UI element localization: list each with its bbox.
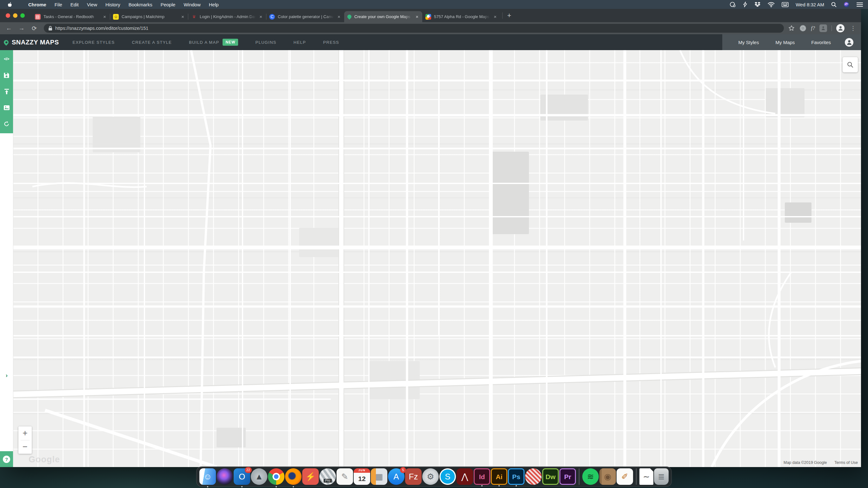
- siri-icon[interactable]: [843, 2, 849, 8]
- browser-profile-avatar[interactable]: [836, 24, 844, 32]
- amphetamine-icon[interactable]: ⚡: [302, 468, 319, 485]
- menu-window[interactable]: Window: [179, 0, 205, 9]
- nav-my-maps[interactable]: My Maps: [767, 40, 803, 45]
- notes-icon[interactable]: ✎: [337, 468, 353, 485]
- help-button[interactable]: ?: [0, 451, 13, 467]
- wifi-icon[interactable]: [768, 2, 775, 7]
- nav-build-a-map[interactable]: BUILD A MAPNEW: [180, 34, 247, 50]
- spreadsheet-icon[interactable]: ▦: [371, 468, 387, 485]
- expand-panel-chevron[interactable]: ›: [0, 372, 13, 379]
- dropbox-icon[interactable]: [754, 2, 761, 7]
- tab-close-icon[interactable]: ×: [337, 14, 341, 19]
- tab-gmaps[interactable]: 5757 Alpha Rd - Google Maps ×: [422, 11, 500, 22]
- back-button[interactable]: ←: [4, 24, 14, 33]
- map-search-button[interactable]: [843, 57, 858, 72]
- reload-button[interactable]: ⟳: [29, 24, 39, 33]
- nav-create-a-style[interactable]: CREATE A STYLE: [124, 34, 181, 50]
- zoom-window-button[interactable]: [20, 13, 25, 18]
- contacts-icon[interactable]: ◉: [599, 468, 616, 485]
- firefox-icon[interactable]: [285, 468, 302, 485]
- tab-close-icon[interactable]: ×: [493, 14, 497, 19]
- menubar-clock[interactable]: Wed 8:32 AM: [796, 2, 824, 7]
- spotlight-icon[interactable]: [831, 2, 837, 7]
- tab-canva[interactable]: C Color palette generator | Canva ×: [266, 11, 344, 22]
- browser-menu-kebab-icon[interactable]: ⋮: [849, 25, 857, 32]
- extension-f-icon[interactable]: f?: [811, 25, 815, 31]
- menu-people[interactable]: People: [157, 0, 180, 9]
- tab-close-icon[interactable]: ×: [259, 14, 263, 19]
- tab-snazzy[interactable]: Create your own Google Maps ×: [344, 11, 422, 22]
- siri-icon[interactable]: [217, 468, 233, 485]
- image-tool-button[interactable]: [3, 104, 10, 111]
- trash-icon[interactable]: ≣: [654, 468, 669, 485]
- nav-plugins[interactable]: PLUGINS: [247, 34, 285, 50]
- creative-cloud-icon[interactable]: [730, 2, 736, 7]
- notification-center-icon[interactable]: [857, 2, 863, 7]
- keyboard-icon[interactable]: [782, 2, 788, 7]
- upload-tool-button[interactable]: [3, 88, 10, 95]
- zoom-out-button[interactable]: −: [19, 441, 32, 454]
- menubar-menu[interactable]: [16, 0, 24, 9]
- code-tool-button[interactable]: </>: [3, 55, 10, 63]
- photoshop-icon[interactable]: Ps: [508, 468, 525, 485]
- new-tab-button[interactable]: +: [504, 11, 514, 20]
- tab-close-icon[interactable]: ×: [181, 14, 185, 19]
- minimize-window-button[interactable]: [13, 13, 18, 18]
- nav-explore-styles[interactable]: EXPLORE STYLES: [64, 34, 123, 50]
- editor-tool-rail: </> ›: [0, 50, 13, 467]
- document-icon[interactable]: ∼: [640, 468, 653, 485]
- menu-chrome[interactable]: Chrome: [24, 0, 51, 9]
- chrome-icon[interactable]: [268, 468, 284, 485]
- save-tool-button[interactable]: [3, 71, 10, 79]
- user-avatar-icon[interactable]: [845, 38, 854, 46]
- acrobat-icon[interactable]: ⋀: [457, 468, 473, 485]
- launchpad-icon[interactable]: ▲: [251, 468, 267, 485]
- dock-separator[interactable]: [636, 468, 637, 485]
- spotify-icon[interactable]: ≋: [582, 468, 599, 485]
- skype-icon[interactable]: S: [439, 468, 456, 485]
- nav-help[interactable]: HELP: [285, 34, 315, 50]
- zoom-in-button[interactable]: +: [19, 426, 32, 440]
- striped-circle-app-icon[interactable]: [525, 468, 541, 485]
- google-earth-pro-icon[interactable]: Pro: [319, 468, 336, 485]
- text-editor-icon[interactable]: ✐: [617, 468, 633, 485]
- snazzy-maps-logo[interactable]: SNAZZY MAPS: [0, 34, 64, 50]
- nav-my-styles[interactable]: My Styles: [730, 40, 767, 45]
- dock-running-indicator: [276, 486, 277, 487]
- menu-file[interactable]: File: [51, 0, 66, 9]
- apple-menu-icon[interactable]: [5, 2, 14, 7]
- finder-icon[interactable]: ☺: [199, 468, 216, 485]
- menu-bookmarks[interactable]: Bookmarks: [124, 0, 157, 9]
- menu-view[interactable]: View: [83, 0, 101, 9]
- menu-history[interactable]: History: [101, 0, 124, 9]
- system-preferences-icon[interactable]: ⚙: [422, 468, 439, 485]
- filezilla-icon[interactable]: Fz: [405, 468, 422, 485]
- tab-redbooth[interactable]: ▤ Tasks - General - Redbooth ×: [32, 11, 110, 22]
- extension-box-icon[interactable]: [819, 25, 827, 32]
- extension-circle-icon[interactable]: [799, 25, 807, 32]
- lightning-icon[interactable]: [743, 2, 747, 7]
- outlook-icon[interactable]: O 22: [234, 468, 250, 485]
- tab-mailchimp[interactable]: ☺ Campaigns | Mailchimp ×: [110, 11, 188, 22]
- tab-close-icon[interactable]: ×: [415, 14, 419, 19]
- app-store-icon[interactable]: A 5: [388, 468, 404, 485]
- calendar-icon[interactable]: 12 JUN: [354, 468, 370, 485]
- menu-help[interactable]: Help: [205, 0, 223, 9]
- bookmark-star-icon[interactable]: [788, 25, 795, 31]
- premiere-icon[interactable]: Pr: [559, 468, 576, 485]
- illustrator-icon[interactable]: Ai: [491, 468, 507, 485]
- tab-kingadmin[interactable]: ♛ Login | KingAdmin - Admin Das ×: [188, 11, 266, 22]
- tab-close-icon[interactable]: ×: [102, 14, 107, 19]
- rotate-tool-button[interactable]: [3, 120, 10, 128]
- indesign-icon[interactable]: Id: [474, 468, 490, 485]
- map-canvas[interactable]: + − Google Map data ©2019 Google Terms o…: [13, 50, 861, 467]
- close-window-button[interactable]: [6, 13, 10, 18]
- nav-press[interactable]: PRESS: [315, 34, 348, 50]
- menu-edit[interactable]: Edit: [66, 0, 83, 9]
- address-bar[interactable]: https://snazzymaps.com/editor/customize/…: [44, 24, 784, 33]
- forward-button[interactable]: →: [17, 24, 27, 33]
- dock-separator[interactable]: [579, 468, 580, 485]
- terms-of-use-link[interactable]: Terms of Use: [834, 460, 858, 465]
- dreamweaver-icon[interactable]: Dw: [542, 468, 559, 485]
- nav-favorites[interactable]: Favorites: [803, 40, 839, 45]
